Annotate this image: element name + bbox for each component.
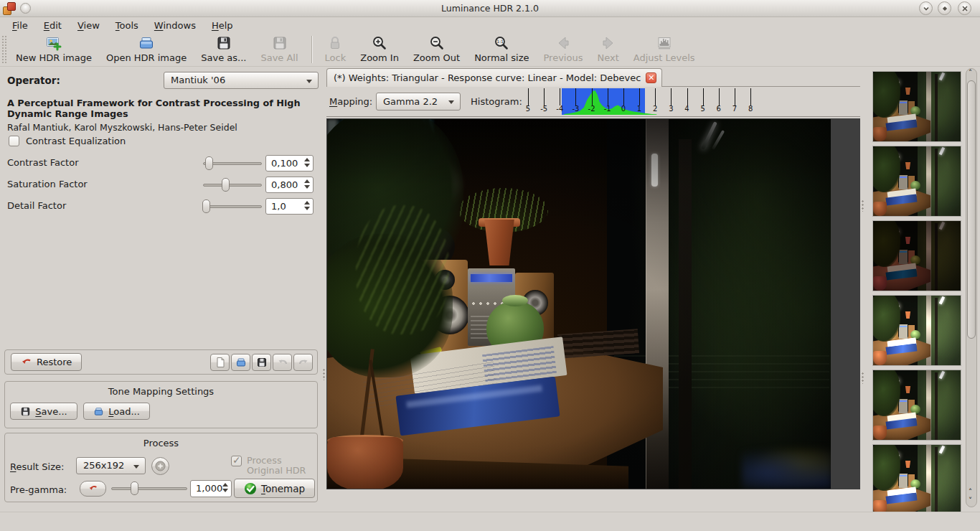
- tonemap-button[interactable]: Tonemap: [234, 479, 315, 498]
- contrast-equalization-checkbox[interactable]: ✓: [9, 136, 19, 146]
- menu-tools[interactable]: Tools: [109, 19, 145, 32]
- normal-size-button[interactable]: 1:1 Normal size: [467, 34, 536, 65]
- thumb-layer: [873, 146, 961, 216]
- saturation-factor-slider[interactable]: [203, 176, 262, 194]
- spinner-arrows-icon[interactable]: [304, 201, 310, 210]
- detail-factor-slider[interactable]: [203, 197, 262, 216]
- exposure-thumbnail-5[interactable]: [873, 370, 961, 440]
- exposure-thumbnail-2[interactable]: [873, 146, 961, 216]
- settings-save-label: Save...: [35, 406, 67, 417]
- menu-view[interactable]: View: [71, 19, 106, 32]
- spinner-arrows-icon[interactable]: [304, 179, 310, 189]
- sidebar-splitter[interactable]: [860, 67, 865, 512]
- lock-button[interactable]: Lock: [318, 34, 354, 65]
- tonemap-label: Tonemap: [261, 483, 305, 494]
- next-button[interactable]: Next: [590, 34, 626, 65]
- scroll-up-icon[interactable]: ˄: [969, 70, 974, 76]
- exposure-thumbnail-4[interactable]: [873, 296, 961, 365]
- exposure-thumbnail-6[interactable]: [873, 445, 961, 514]
- exposure-thumbnail-1[interactable]: [873, 72, 961, 141]
- histogram-tick: [639, 88, 640, 105]
- scroll-up-icon[interactable]: ˄: [969, 489, 974, 495]
- contrast-factor-slider[interactable]: [203, 154, 262, 173]
- preset-undo-button[interactable]: [273, 354, 292, 371]
- minimize-button[interactable]: [919, 1, 933, 15]
- save-all-icon: [271, 34, 288, 52]
- preset-redo-button[interactable]: [293, 354, 313, 371]
- result-size-select[interactable]: 256x192: [76, 457, 146, 474]
- toolbar-label: Zoom Out: [413, 52, 460, 63]
- adjust-levels-button[interactable]: Adjust Levels: [626, 34, 702, 65]
- exposure-thumbnail-3[interactable]: [873, 221, 961, 291]
- toolbar-label: Previous: [544, 52, 583, 63]
- scrollbar-thumb[interactable]: [967, 80, 976, 339]
- histogram-tick: [592, 88, 593, 105]
- hdr-viewer: (*) Weights: Triangular - Response curve…: [326, 66, 860, 512]
- sidebar-scrollbar[interactable]: ˄ ˄ ˅: [966, 68, 977, 507]
- check-icon: ✓: [232, 454, 241, 466]
- scroll-down-icon[interactable]: ˅: [969, 498, 974, 504]
- histogram-tick-label: 1: [633, 105, 646, 113]
- luminance-histogram[interactable]: 5-5-4-3-2-1012345678: [524, 88, 750, 115]
- operator-select[interactable]: Mantiuk '06: [164, 72, 319, 89]
- maximize-button[interactable]: [938, 1, 951, 15]
- process-original-checkbox[interactable]: ✓: [231, 456, 242, 466]
- histogram-tick: [623, 88, 624, 105]
- histogram-tick: [735, 88, 735, 105]
- pre-gamma-label: Pre-gamma:: [10, 484, 67, 495]
- preset-new-button[interactable]: [210, 354, 230, 371]
- toolbar-grip[interactable]: [1, 35, 6, 64]
- splitter-handle[interactable]: [862, 199, 864, 212]
- new-hdr-button[interactable]: New HDR image: [9, 34, 99, 65]
- spinner-arrows-icon[interactable]: [222, 483, 228, 492]
- pre-gamma-spinbox[interactable]: 1,000: [190, 480, 232, 497]
- add-size-button[interactable]: [151, 457, 169, 475]
- detail-factor-label: Detail Factor: [7, 200, 66, 211]
- tonemapping-panel: Operator: Mantiuk '06 A Perceptual Frame…: [0, 67, 321, 512]
- settings-load-button[interactable]: Load...: [83, 403, 150, 420]
- result-size-value: 256x192: [83, 460, 124, 471]
- menu-help[interactable]: Help: [205, 19, 240, 32]
- preset-open-button[interactable]: [231, 354, 250, 371]
- slider-handle[interactable]: [222, 178, 230, 192]
- preset-save-button[interactable]: [252, 354, 271, 371]
- new-hdr-icon: [45, 34, 62, 52]
- open-icon: [93, 406, 104, 417]
- hdr-tab[interactable]: (*) Weights: Triangular - Response curve…: [326, 68, 662, 87]
- tone-mapping-settings-title: Tone Mapping Settings: [5, 386, 317, 397]
- mapping-select[interactable]: Gamma 2.2: [376, 93, 461, 111]
- image-viewport[interactable]: [326, 118, 860, 489]
- panel-splitter[interactable]: [321, 67, 326, 512]
- spinner-arrows-icon[interactable]: [304, 158, 310, 167]
- slider-handle[interactable]: [202, 199, 210, 213]
- pre-gamma-slider[interactable]: [111, 479, 187, 498]
- pre-gamma-reset-button[interactable]: [80, 481, 106, 497]
- slider-handle[interactable]: [131, 481, 138, 495]
- saturation-factor-spinbox[interactable]: 0,800: [265, 177, 314, 193]
- menu-windows[interactable]: Windows: [148, 19, 202, 32]
- detail-factor-spinbox[interactable]: 1,0: [265, 198, 314, 215]
- previous-button[interactable]: Previous: [537, 34, 590, 65]
- slider-handle[interactable]: [205, 156, 213, 170]
- menu-file[interactable]: File: [6, 19, 34, 32]
- save-all-button[interactable]: Save All: [253, 34, 305, 65]
- zoom-out-button[interactable]: Zoom Out: [406, 34, 467, 65]
- settings-save-button[interactable]: Save...: [10, 403, 77, 420]
- toolbar-label: Save as...: [201, 52, 246, 63]
- menu-edit[interactable]: Edit: [37, 19, 68, 32]
- histogram-tick: [575, 88, 576, 105]
- contrast-factor-spinbox[interactable]: 0,100: [265, 155, 314, 171]
- close-button[interactable]: [958, 1, 971, 15]
- zoom-in-button[interactable]: Zoom In: [353, 34, 406, 65]
- restore-button[interactable]: Restore: [11, 353, 82, 371]
- toolbar-label: Open HDR image: [106, 52, 187, 63]
- tab-close-icon[interactable]: ✕: [646, 72, 656, 83]
- splitter-handle[interactable]: [323, 368, 325, 380]
- next-icon: [600, 34, 617, 52]
- histogram-tick-label: -2: [585, 105, 598, 113]
- toolbar-label: Lock: [325, 52, 347, 63]
- splitter-handle[interactable]: [862, 372, 864, 384]
- statusbar: [0, 512, 980, 531]
- open-hdr-button[interactable]: Open HDR image: [99, 34, 194, 65]
- save-as-button[interactable]: Save as...: [194, 34, 253, 65]
